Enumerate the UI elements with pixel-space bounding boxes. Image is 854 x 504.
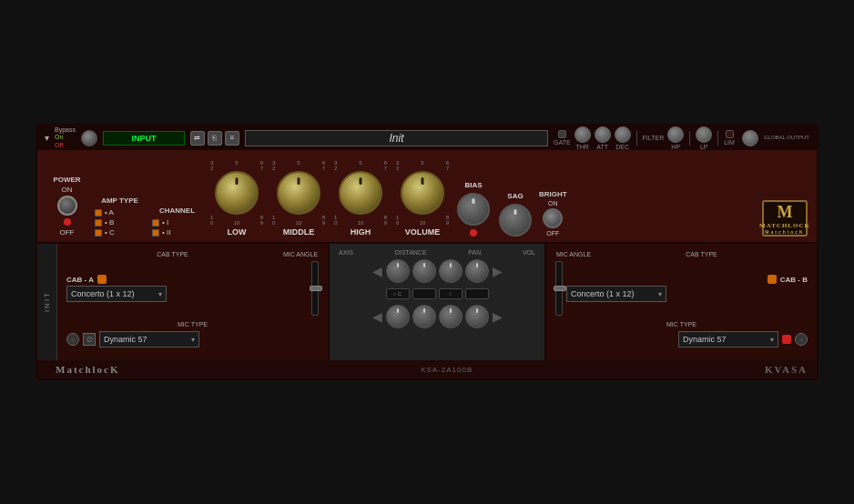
cab-b-label: CAB - B [780,276,808,284]
volume-scale: 356 27 18 0109 [395,160,450,226]
high-scale: 356 27 18 0109 [333,160,388,226]
mic-angle-slider-a[interactable] [311,261,319,316]
att-knob[interactable] [595,126,611,143]
dec-knob[interactable] [615,126,631,143]
cab-type-dropdown-a[interactable]: Concerto (1 x 12) ▾ [66,286,167,302]
power-on-label: ON [62,186,73,194]
dec-label: DEC [615,144,629,150]
left-arrow-btn[interactable]: ◀ [372,265,382,277]
lp-label: LP [700,144,708,150]
init-tab[interactable]: INIT [37,244,57,360]
pan-knob[interactable] [439,259,463,283]
amp-type-a-row[interactable]: • A [95,208,145,217]
on-label[interactable]: On [55,134,76,141]
distance-knob-2[interactable] [412,305,436,328]
bias-sag-section: BIAS SAG [457,181,532,237]
cab-b-mute-led [782,335,791,344]
amp-type-section: AMP TYPE • A • B • C [95,197,145,237]
routing-btn-3[interactable]: ≡ [225,131,239,146]
bias-label: BIAS [464,181,482,189]
bias-led [470,229,477,237]
routing-btn-1[interactable]: ⇄ [190,131,205,146]
mic-angle-handle-a [310,286,322,291]
amp-type-c-row[interactable]: • C [95,228,145,237]
output-knob[interactable] [742,130,758,146]
cab-b-section: MIC ANGLE CAB TYPE CAB - B Concerto (1 x… [546,244,817,360]
amp-type-b-row[interactable]: • B [95,218,145,227]
lim-label: LIM [724,139,735,146]
matchlock-footer-label: MatchlocK [46,362,129,377]
power-label: POWER [53,176,80,184]
att-label: ATT [596,144,608,150]
preset-display[interactable]: Init [245,130,548,146]
plugin-container: ▾ Bypass On Off INPUT ⇄ ⎗ ≡ Init GATE TH… [36,124,818,380]
bypass-label: Bypass [55,126,76,134]
mic-type-dropdown-a-arrow: ▾ [191,336,195,344]
vol-center-knob[interactable] [465,259,489,283]
pan-display: ○ [439,288,463,299]
nav-arrow[interactable]: ▾ [45,133,49,143]
bias-knob[interactable] [457,193,490,226]
power-knob[interactable] [57,196,77,216]
matchlock-m-symbol: M [778,203,793,222]
right-arrow-btn[interactable]: ▶ [493,265,503,277]
thr-knob[interactable] [574,126,591,143]
axis-knob-2[interactable] [386,305,410,328]
amp-type-c-label: • C [105,228,115,237]
channel-ii-row[interactable]: • II [152,228,202,237]
bright-section: BRIGHT ON OFF [539,190,567,237]
mic-angle-slider-b[interactable] [555,261,563,316]
pan-knob-2[interactable] [439,305,463,328]
cab-type-label-a: CAB TYPE [66,251,279,257]
global-output-label: GLOBAL OUTPUT [764,135,809,141]
mute-btn-b[interactable]: ○ [795,333,808,346]
matchlock-logo: M MATCHLOCK MatchlocK [762,200,808,237]
sag-section: SAG [499,192,532,237]
global-output-section: GLOBAL OUTPUT [764,135,809,141]
mic-type-label-a: MIC TYPE [66,321,319,328]
off-label[interactable]: Off [55,142,76,149]
bright-on-label: ON [548,200,558,207]
cab-type-dropdown-b-arrow: ▾ [658,290,662,298]
high-knob-section: 356 27 18 0109 HIGH [333,160,388,237]
cab-a-led [97,275,107,284]
mic-type-dropdown-a[interactable]: Dynamic 57 ▾ [99,331,199,348]
vol-label: VOL [523,249,535,256]
bottom-footer: MatchlocK KSA-2A100B KVASA [37,360,817,378]
axis-label: AXIS [339,249,353,256]
thr-control: THR [574,126,591,150]
mic-a-row: ○ ∅ Dynamic 57 ▾ [66,331,319,348]
mic-angle-handle-b [554,286,566,291]
power-section: POWER ON OFF [46,176,87,237]
middle-label: MIDDLE [283,227,315,237]
mic-type-dropdown-b[interactable]: Dynamic 57 ▾ [678,331,778,348]
bright-label: BRIGHT [539,190,567,198]
kvasa-logo: KVASA [765,364,808,375]
bright-knob[interactable] [543,208,563,228]
left-arrow-btn-2[interactable]: ◀ [372,310,382,323]
gate-led[interactable] [558,130,566,138]
low-knob[interactable] [215,171,259,215]
right-arrow-btn-2[interactable]: ▶ [493,310,503,323]
lp-knob[interactable] [696,126,712,143]
distance-knob[interactable] [412,259,436,283]
volume-knob[interactable] [401,171,444,215]
cab-type-dropdown-b[interactable]: Concerto (1 x 12) ▾ [566,286,666,302]
phase-btn-a[interactable]: ∅ [83,333,96,346]
matchlock-subtitle: MatchlocK [765,229,804,235]
middle-knob[interactable] [277,171,320,215]
filter-label: FILTER [643,135,665,141]
routing-btn-2[interactable]: ⎗ [208,131,222,146]
vol-center-knob-2[interactable] [465,305,489,328]
mute-btn-a[interactable]: ○ [66,333,79,346]
axis-knob[interactable] [386,259,410,283]
logo-knob[interactable] [81,130,97,146]
low-scale-7: 7 [260,166,263,171]
main-section: POWER ON OFF AMP TYPE • A • B • C CHA [37,151,817,242]
lim-led[interactable] [726,130,734,138]
hp-knob[interactable] [667,126,684,143]
channel-i-row[interactable]: • I [152,218,202,227]
cab-section: INIT CAB TYPE MIC ANGLE CAB - A Concerto… [37,242,817,360]
sag-knob[interactable] [499,204,532,237]
high-knob[interactable] [339,171,382,215]
